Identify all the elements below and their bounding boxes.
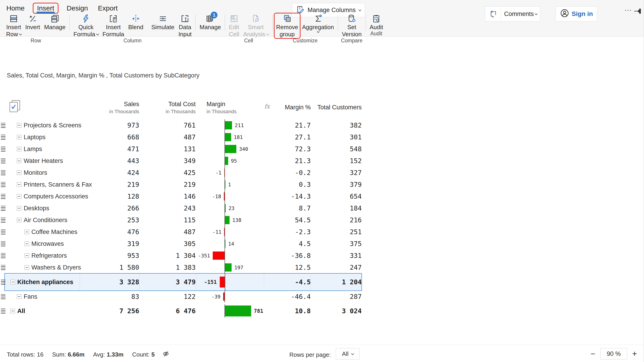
margin-cell[interactable]: 23 [196, 202, 264, 214]
row-label-cell[interactable]: Water Heaters [4, 157, 80, 164]
row-label-cell[interactable]: Refrigerators [4, 252, 80, 259]
collapse-icon[interactable] [17, 158, 22, 163]
row-label-cell[interactable]: Fans [4, 293, 80, 300]
margin-pct-cell[interactable]: 72.3 [264, 145, 311, 153]
edit-cell-button[interactable]: Edit Cell [227, 14, 241, 38]
total-cost-cell[interactable]: 146 [139, 193, 196, 200]
table-row[interactable]: Air Conditioners 253 115 138 54.5 216 [4, 214, 362, 226]
row-label-cell[interactable]: All [4, 308, 80, 315]
collapse-icon[interactable] [17, 194, 22, 199]
row-label-cell[interactable]: Lamps [4, 145, 80, 153]
total-cost-cell[interactable]: 219 [139, 181, 196, 189]
total-cost-cell[interactable]: 487 [139, 228, 196, 236]
total-cost-cell[interactable]: 761 [139, 121, 196, 129]
drag-handle-icon[interactable] [1, 206, 6, 211]
margin-cell[interactable]: -1 [196, 167, 264, 178]
margin-cell[interactable]: 138 [196, 214, 264, 226]
collapse-icon[interactable] [24, 265, 29, 270]
table-row[interactable]: Coffee Machines 476 487 -11 -2.3 251 [4, 226, 362, 238]
zoom-level[interactable]: 90 % [600, 348, 627, 359]
sales-cell[interactable]: 471 [80, 145, 139, 153]
table-row[interactable]: Projectors & Screens 973 761 211 21.7 38… [4, 119, 362, 131]
margin-cell[interactable]: 14 [196, 238, 264, 250]
margin-pct-cell[interactable]: -0.2 [264, 169, 311, 176]
manage-rows-button[interactable]: Manage [42, 14, 68, 31]
margin-cell[interactable]: -18 [196, 191, 264, 202]
margin-pct-cell[interactable]: -4.5 [264, 273, 311, 291]
sales-cell[interactable]: 266 [80, 204, 139, 212]
total-cost-cell[interactable]: 305 [139, 240, 196, 248]
customers-cell[interactable]: 379 [311, 181, 362, 189]
zoom-out-button[interactable]: − [590, 350, 595, 358]
drag-handle-icon[interactable] [1, 135, 6, 140]
header-total-cost[interactable]: Total Cost in Thousands [139, 100, 196, 119]
margin-cell[interactable]: 211 [196, 119, 264, 131]
eye-off-icon[interactable] [162, 350, 170, 359]
margin-cell[interactable]: 197 [196, 262, 264, 273]
row-label-cell[interactable]: Monitors [4, 169, 80, 176]
drag-handle-icon[interactable] [1, 229, 6, 234]
collapse-icon[interactable] [17, 135, 22, 139]
collapse-icon[interactable] [24, 253, 29, 258]
margin-pct-cell[interactable]: 4.5 [264, 240, 311, 248]
blend-button[interactable]: Blend [126, 14, 146, 31]
sales-cell[interactable]: 668 [80, 133, 139, 141]
sales-cell[interactable]: 219 [80, 181, 139, 189]
sales-cell[interactable]: 319 [80, 240, 139, 248]
customers-cell[interactable]: 152 [311, 157, 362, 165]
drag-handle-icon[interactable] [1, 265, 6, 270]
drag-handle-icon[interactable] [1, 241, 6, 246]
row-label-cell[interactable]: Computers Accessories [4, 193, 80, 200]
margin-pct-cell[interactable]: 21.7 [264, 121, 311, 129]
rows-per-page-select[interactable]: All [336, 348, 360, 359]
collapse-icon[interactable] [17, 147, 22, 151]
drag-handle-icon[interactable] [1, 218, 6, 223]
margin-cell[interactable]: -151 [196, 273, 264, 291]
total-cost-cell[interactable]: 243 [139, 204, 196, 212]
zoom-in-button[interactable]: + [632, 350, 637, 358]
customers-cell[interactable]: 301 [311, 133, 362, 141]
insert-formula-button[interactable]: Insert Formula [100, 14, 126, 38]
drag-handle-icon[interactable] [1, 253, 6, 258]
collapse-icon[interactable] [17, 294, 22, 299]
select-all-icon[interactable] [9, 100, 21, 113]
margin-cell[interactable]: 781 [196, 304, 264, 318]
drag-handle-icon[interactable] [1, 194, 6, 199]
table-row[interactable]: Computers Accessories 128 146 -18 -14.3 … [4, 191, 362, 202]
customers-cell[interactable]: 247 [311, 264, 362, 271]
collapse-icon[interactable] [17, 123, 22, 128]
sales-cell[interactable]: 953 [80, 252, 139, 259]
table-row[interactable]: Microwaves 319 305 14 4.5 375 [4, 238, 362, 250]
row-label-cell[interactable]: Laptops [4, 134, 80, 141]
drag-handle-icon[interactable] [1, 182, 6, 187]
customers-cell[interactable]: 1 204 [311, 273, 362, 291]
customers-cell[interactable]: 548 [311, 145, 362, 153]
collapse-icon[interactable] [17, 182, 22, 187]
simulate-button[interactable]: Simulate [149, 14, 176, 31]
collapse-icon[interactable] [17, 206, 22, 211]
quick-formula-button[interactable]: Quick Formula [72, 14, 100, 38]
insert-row-button[interactable]: Insert Row [4, 14, 23, 38]
margin-pct-cell[interactable]: 12.5 [264, 264, 311, 271]
sales-cell[interactable]: 1 580 [80, 264, 139, 271]
margin-pct-cell[interactable]: -14.3 [264, 193, 311, 200]
margin-pct-cell[interactable]: -36.8 [264, 252, 311, 259]
tab-export[interactable]: Export [97, 4, 118, 13]
row-label-cell[interactable]: Air Conditioners [4, 217, 80, 224]
sales-cell[interactable]: 424 [80, 169, 139, 176]
total-cost-cell[interactable]: 115 [139, 216, 196, 224]
margin-cell[interactable]: 340 [196, 143, 264, 155]
table-row[interactable]: Monitors 424 425 -1 -0.2 327 [4, 167, 362, 178]
total-cost-cell[interactable]: 122 [139, 293, 196, 300]
remove-group-button[interactable]: Remove group [274, 13, 300, 39]
drag-handle-icon[interactable] [1, 280, 6, 285]
row-label-cell[interactable]: Washers & Dryers [4, 264, 80, 271]
row-label-cell[interactable]: Projectors & Screens [4, 122, 80, 129]
tab-design[interactable]: Design [66, 4, 88, 13]
sales-cell[interactable]: 7 256 [80, 307, 139, 315]
row-label-cell[interactable]: Desktops [4, 205, 80, 212]
customers-cell[interactable]: 287 [311, 293, 362, 300]
margin-cell[interactable]: 1 [196, 178, 264, 191]
sales-cell[interactable]: 443 [80, 157, 139, 165]
row-label-cell[interactable]: Coffee Machines [4, 229, 80, 236]
